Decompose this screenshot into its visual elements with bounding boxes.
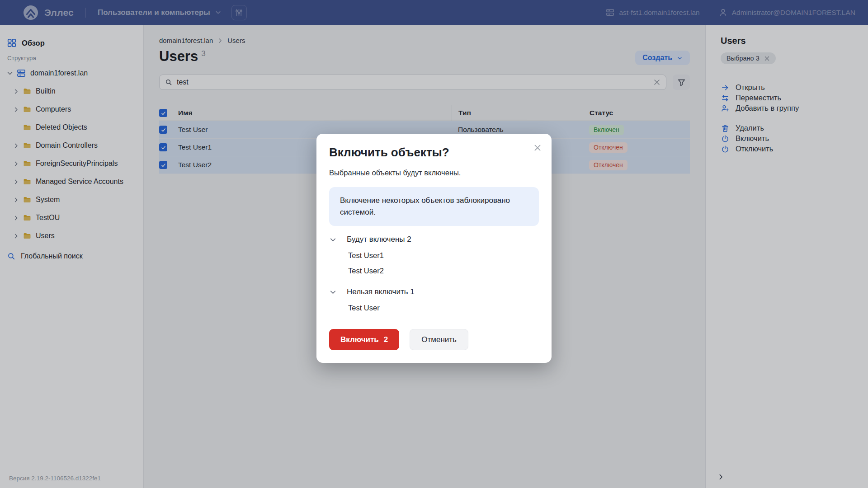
app-root: Эллес Пользователи и компьютеры ast-fst1…	[0, 0, 868, 488]
dialog-title: Включить объекты?	[329, 145, 539, 160]
section-toggle[interactable]: Будут включены 2	[329, 231, 539, 248]
close-dialog-button[interactable]	[533, 144, 542, 152]
dialog-subtitle: Выбранные объекты будут включены.	[329, 169, 539, 177]
enable-objects-dialog: Включить объекты? Выбранные объекты буду…	[316, 134, 552, 363]
confirm-enable-button[interactable]: Включить 2	[329, 329, 399, 350]
chevron-down-icon	[329, 288, 337, 296]
cancel-button[interactable]: Отменить	[410, 329, 468, 350]
section-toggle[interactable]: Нельзя включить 1	[329, 284, 539, 300]
confirm-count: 2	[384, 335, 388, 344]
chevron-down-icon	[329, 236, 337, 244]
section-cannot-be-enabled: Нельзя включить 1 Test User	[329, 284, 539, 315]
info-message: Включение некоторых объектов заблокирова…	[329, 187, 539, 226]
section-header-label: Нельзя включить 1	[347, 287, 415, 296]
cancel-label: Отменить	[421, 335, 457, 344]
section-header-label: Будут включены 2	[347, 235, 411, 244]
confirm-label: Включить	[340, 335, 379, 344]
section-will-be-enabled: Будут включены 2 Test User1 Test User2	[329, 231, 539, 278]
list-item: Test User2	[329, 263, 539, 278]
list-item: Test User1	[329, 248, 539, 263]
list-item: Test User	[329, 300, 539, 315]
